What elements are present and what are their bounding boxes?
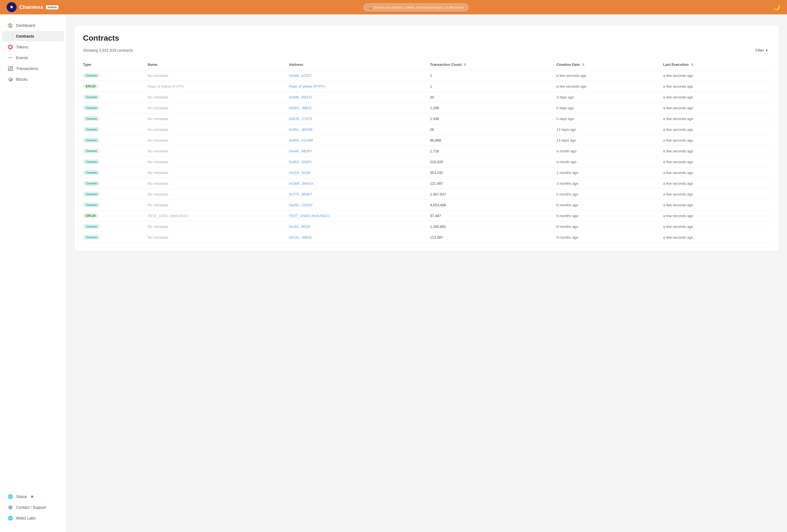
cell-tx-count: 210,325 bbox=[430, 156, 556, 167]
tx-count-value: 1,180,891 bbox=[430, 224, 446, 229]
contract-address-link[interactable]: 0x779...8E907 bbox=[289, 192, 312, 196]
cell-name: TEST_USDC (testUSDC) bbox=[148, 210, 289, 221]
creation-date-value: 13 days ago bbox=[556, 138, 576, 142]
cell-last-execution: a few seconds ago bbox=[663, 113, 770, 124]
cell-type: Custom bbox=[83, 135, 148, 146]
last-execution-value: a few seconds ago bbox=[663, 181, 693, 185]
contract-address-link[interactable]: 0xD01...4fB23 bbox=[289, 106, 312, 110]
table-row: Custom No metadata 0x508...0D427 20 3 da… bbox=[83, 92, 770, 103]
testnet-badge: testnet bbox=[46, 5, 58, 9]
contract-name: No metadata bbox=[148, 138, 168, 142]
sort-icon-tx-count: ⇅ bbox=[464, 63, 466, 67]
contract-address-link[interactable]: 0xDb9...58ACe bbox=[289, 181, 313, 185]
filter-button[interactable]: Filter ▾ bbox=[753, 47, 770, 54]
cell-creation-date: 5 months ago bbox=[556, 189, 663, 200]
cell-name: No metadata bbox=[148, 146, 289, 156]
col-last-execution[interactable]: Last Execution ⇅ bbox=[663, 60, 770, 70]
navbar-brand: Chainlens testnet bbox=[7, 2, 58, 12]
last-execution-value: a few seconds ago bbox=[663, 171, 693, 175]
cell-address: Pepe of yellow (PYPY) bbox=[289, 81, 430, 92]
sidebar-item-transactions[interactable]: 🔄 Transactions bbox=[2, 63, 64, 74]
type-badge: Custom bbox=[83, 105, 100, 110]
contract-address-link[interactable]: 0xe5E...D3332 bbox=[289, 203, 313, 207]
contract-address-link[interactable]: 0x46e...dD64B bbox=[289, 128, 313, 132]
type-badge: Custom bbox=[83, 202, 100, 207]
tx-count-value: 1 bbox=[430, 73, 432, 78]
events-icon: 〜 bbox=[8, 55, 13, 60]
contract-address-link[interactable]: 0xc92...8f330 bbox=[289, 224, 311, 229]
cell-tx-count: 4,053,488 bbox=[430, 200, 556, 210]
cell-tx-count: 113,987 bbox=[430, 232, 556, 243]
tx-count-value: 37,487 bbox=[430, 214, 441, 218]
cell-tx-count: 121,487 bbox=[430, 178, 556, 189]
table-row: Custom No metadata 0xD01...4fB23 1,290 5… bbox=[83, 103, 770, 113]
cell-name: No metadata bbox=[148, 113, 289, 124]
status-indicator-dot bbox=[31, 495, 33, 498]
cell-name: No metadata bbox=[148, 221, 289, 232]
table-row: Custom No metadata 0xE26...27075 1,348 5… bbox=[83, 113, 770, 124]
cell-name: No metadata bbox=[148, 124, 289, 135]
contract-name: Pepe of yellow (PYPY) bbox=[148, 84, 184, 88]
sidebar-item-support[interactable]: ⚙️ Contact / Support bbox=[2, 502, 64, 513]
search-input[interactable] bbox=[363, 3, 468, 11]
sidebar-item-web3labs[interactable]: 🌐 Web3 Labs bbox=[2, 513, 64, 524]
sidebar-item-events[interactable]: 〜 Events bbox=[2, 52, 64, 63]
contract-name: No metadata bbox=[148, 171, 168, 175]
type-badge: Custom bbox=[83, 235, 100, 240]
contract-address-link[interactable]: 0x019...5c05f bbox=[289, 171, 311, 175]
last-execution-value: a few seconds ago bbox=[663, 192, 693, 196]
table-row: Custom No metadata 0xe5E...D3332 4,053,4… bbox=[83, 200, 770, 210]
cell-last-execution: a few seconds ago bbox=[663, 81, 770, 92]
last-execution-value: a few seconds ago bbox=[663, 224, 693, 229]
cell-creation-date: 2 months ago bbox=[556, 167, 663, 178]
tx-count-value: 20 bbox=[430, 95, 434, 99]
status-icon: 🌐 bbox=[8, 494, 13, 499]
cell-address: 0x779...8E907 bbox=[289, 189, 430, 200]
cell-creation-date: 8 months ago bbox=[556, 221, 663, 232]
contract-address-link[interactable]: 0xD2e...96Efd bbox=[289, 235, 312, 240]
contract-address-link[interactable]: Pepe of yellow (PYPY) bbox=[289, 84, 325, 88]
col-creation-date[interactable]: Creation Date ⇅ bbox=[556, 60, 663, 70]
chainlens-logo bbox=[7, 2, 17, 12]
creation-date-value: 8 months ago bbox=[556, 224, 578, 229]
contract-address-link[interactable]: TEST_USDC (testUSDC) bbox=[289, 214, 329, 218]
tx-count-value: 121,487 bbox=[430, 181, 443, 185]
table-row: Custom No metadata 0x779...8E907 1,367,0… bbox=[83, 189, 770, 200]
last-execution-value: a few seconds ago bbox=[663, 149, 693, 153]
sidebar-item-status[interactable]: 🌐 Status bbox=[2, 491, 64, 502]
contract-name: No metadata bbox=[148, 160, 168, 164]
tx-count-value: 1,290 bbox=[430, 106, 439, 110]
table-row: Custom No metadata 0x46e...dD64B 26 13 d… bbox=[83, 124, 770, 135]
contract-address-link[interactable]: 0xE26...27075 bbox=[289, 117, 312, 121]
contract-address-link[interactable]: 0xa46...6B3FF bbox=[289, 149, 313, 153]
tx-count-value: 4,053,488 bbox=[430, 203, 446, 207]
contract-name: No metadata bbox=[148, 235, 168, 240]
theme-toggle-icon[interactable]: 🌙 bbox=[773, 4, 780, 10]
cell-creation-date: 5 days ago bbox=[556, 103, 663, 113]
cell-address: 0xe5E...D3332 bbox=[289, 200, 430, 210]
contract-address-link[interactable]: 0x956...ACA88 bbox=[289, 138, 313, 142]
creation-date-value: 6 months ago bbox=[556, 214, 578, 218]
contract-address-link[interactable]: 0x463...D41Fc bbox=[289, 160, 313, 164]
cell-tx-count: 1,348 bbox=[430, 113, 556, 124]
cell-last-execution: a few seconds ago bbox=[663, 167, 770, 178]
sidebar-label-transactions: Transactions bbox=[16, 66, 38, 71]
sidebar-item-tokens[interactable]: ⭕ Tokens bbox=[2, 42, 64, 52]
creation-date-value: a month ago bbox=[556, 160, 576, 164]
sidebar-item-dashboard[interactable]: 🏠 Dashboard bbox=[2, 20, 64, 31]
contract-address-link[interactable]: 0x646...b37E7 bbox=[289, 73, 312, 78]
cell-creation-date: 6 months ago bbox=[556, 200, 663, 210]
sidebar-item-blocks[interactable]: 🎲 Blocks bbox=[2, 74, 64, 85]
cell-name: No metadata bbox=[148, 178, 289, 189]
sidebar-label-dashboard: Dashboard bbox=[16, 23, 35, 28]
cell-name: No metadata bbox=[148, 92, 289, 103]
type-badge: ERC20 bbox=[83, 213, 98, 218]
contract-name: No metadata bbox=[148, 128, 168, 132]
sidebar-item-contracts[interactable]: 📄 Contracts bbox=[2, 31, 64, 42]
col-tx-count[interactable]: Transaction Count ⇅ bbox=[430, 60, 556, 70]
contract-address-link[interactable]: 0x508...0D427 bbox=[289, 95, 313, 99]
cell-tx-count: 26 bbox=[430, 124, 556, 135]
cell-tx-count: 1,367,037 bbox=[430, 189, 556, 200]
cell-creation-date: a few seconds ago bbox=[556, 81, 663, 92]
cell-last-execution: a few seconds ago bbox=[663, 221, 770, 232]
